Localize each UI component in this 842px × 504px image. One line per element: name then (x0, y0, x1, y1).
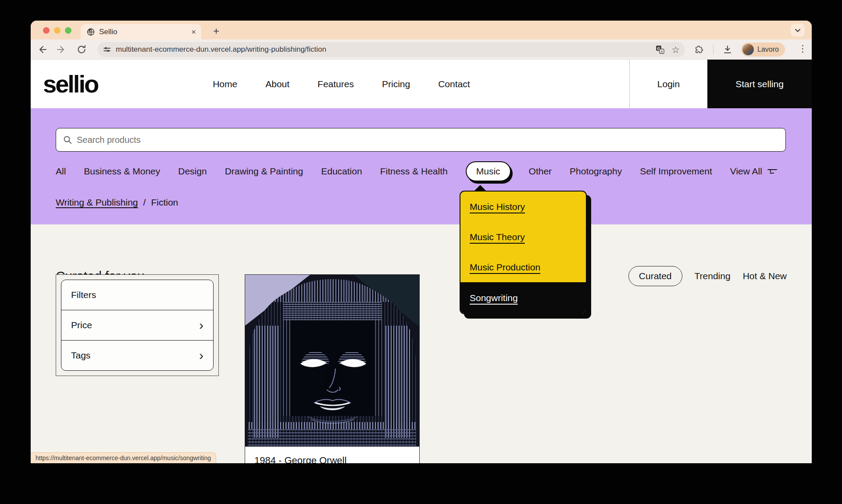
view-all-label: View All (730, 166, 762, 177)
back-button[interactable] (37, 45, 47, 54)
product-card[interactable]: 1984 - George Orwell (245, 274, 420, 463)
start-selling-button[interactable]: Start selling (707, 60, 812, 108)
hero-section: All Business & Money Design Drawing & Pa… (31, 108, 812, 224)
url-text: multitenant-ecommerce-dun.vercel.app/wri… (116, 45, 656, 54)
category-design[interactable]: Design (178, 166, 207, 177)
new-tab-button[interactable]: + (210, 25, 223, 38)
avatar (742, 44, 754, 55)
bookmark-star-icon[interactable]: ☆ (671, 45, 680, 54)
category-photography[interactable]: Photography (570, 166, 622, 177)
tab-hot-new[interactable]: Hot & New (743, 271, 787, 281)
tab-title: Sellio (99, 28, 191, 36)
browser-window: Sellio × + multitenant-ecommerce-dun.ver… (31, 21, 812, 463)
category-music-active[interactable]: Music (466, 161, 511, 181)
filter-tags-label: Tags (71, 350, 90, 361)
view-tabs: Curated Trending Hot & New (628, 266, 787, 286)
svg-text:A: A (661, 50, 664, 53)
breadcrumb-current: Fiction (151, 197, 178, 208)
filter-icon (767, 168, 777, 175)
breadcrumb: Writing & Publishing / Fiction (56, 197, 178, 208)
filters-box: Filters Price › Tags › (61, 280, 214, 371)
site-logo[interactable]: sellio (43, 70, 98, 98)
forward-button[interactable] (57, 45, 66, 54)
zoom-window-button[interactable] (65, 27, 71, 34)
category-education[interactable]: Education (321, 166, 362, 177)
browser-toolbar: multitenant-ecommerce-dun.vercel.app/wri… (31, 39, 812, 60)
search-icon (63, 135, 72, 145)
browser-profile-button[interactable]: Lavoro (741, 43, 785, 57)
translate-icon[interactable]: GA (656, 45, 664, 54)
view-all-button[interactable]: View All (730, 166, 777, 177)
tab-strip: Sellio × + (31, 21, 812, 39)
product-cover-image (245, 275, 419, 447)
category-drawing-painting[interactable]: Drawing & Painting (225, 166, 303, 177)
menu-item-music-history[interactable]: Music History (460, 192, 586, 222)
chevron-right-icon: › (199, 349, 203, 362)
product-search[interactable] (56, 128, 786, 152)
tab-close-icon[interactable]: × (191, 28, 196, 36)
browser-tab[interactable]: Sellio × (81, 24, 201, 39)
minimize-window-button[interactable] (54, 27, 61, 34)
breadcrumb-parent-link[interactable]: Writing & Publishing (56, 197, 138, 208)
category-all[interactable]: All (56, 166, 66, 177)
search-input[interactable] (77, 135, 778, 145)
toolbar-divider (713, 45, 714, 54)
address-bar[interactable]: multitenant-ecommerce-dun.vercel.app/wri… (97, 42, 685, 57)
filters-title: Filters (71, 290, 96, 300)
main-nav: Home About Features Pricing Contact (213, 79, 470, 89)
menu-item-music-production[interactable]: Music Production (460, 252, 586, 282)
nav-contact[interactable]: Contact (438, 79, 470, 89)
main-content: Curated for you Curated Trending Hot & N… (31, 224, 812, 463)
reload-button[interactable] (77, 45, 86, 54)
page: sellio Home About Features Pricing Conta… (31, 60, 812, 463)
site-header: sellio Home About Features Pricing Conta… (31, 60, 812, 108)
profile-name: Lavoro (757, 46, 779, 53)
close-window-button[interactable] (43, 27, 50, 34)
filter-price-row[interactable]: Price › (61, 310, 213, 341)
category-self-improvement[interactable]: Self Improvement (640, 166, 712, 177)
status-url-bubble: https://multitenant-ecommerce-dun.vercel… (31, 452, 216, 463)
tab-curated[interactable]: Curated (628, 266, 682, 286)
category-fitness-health[interactable]: Fitness & Health (380, 166, 448, 177)
screen-background: Sellio × + multitenant-ecommerce-dun.ver… (0, 0, 842, 504)
product-title: 1984 - George Orwell (245, 447, 419, 463)
menu-item-songwriting[interactable]: Songwriting (460, 282, 586, 313)
menu-item-music-theory[interactable]: Music Theory (460, 222, 586, 252)
chevron-down-icon (795, 28, 801, 32)
nav-about[interactable]: About (265, 79, 289, 89)
category-other[interactable]: Other (529, 166, 552, 177)
auth-area: Login Start selling (629, 60, 812, 108)
breadcrumb-separator: / (143, 197, 146, 208)
window-controls (43, 27, 71, 34)
login-button[interactable]: Login (629, 60, 707, 108)
filters-panel: Filters Price › Tags › (56, 274, 219, 376)
tab-trending[interactable]: Trending (695, 271, 731, 281)
chevron-right-icon: › (199, 319, 203, 332)
globe-favicon-icon (87, 28, 95, 36)
dropdown-caret-icon (474, 185, 487, 192)
category-business-money[interactable]: Business & Money (84, 166, 160, 177)
category-bar: All Business & Money Design Drawing & Pa… (56, 160, 794, 183)
filters-title-row: Filters (61, 280, 213, 310)
music-category-dropdown: Music History Music Theory Music Product… (460, 185, 587, 314)
nav-home[interactable]: Home (213, 79, 237, 89)
nav-features[interactable]: Features (318, 79, 354, 89)
extensions-icon[interactable] (695, 45, 704, 54)
downloads-icon[interactable] (723, 45, 732, 54)
tab-search-button[interactable] (791, 24, 805, 37)
site-settings-icon[interactable] (103, 45, 111, 54)
filter-tags-row[interactable]: Tags › (61, 341, 213, 370)
browser-menu-icon[interactable]: ⋮ (798, 43, 807, 54)
dropdown-menu: Music History Music Theory Music Product… (460, 191, 587, 314)
nav-pricing[interactable]: Pricing (382, 79, 410, 89)
filter-price-label: Price (71, 320, 92, 330)
